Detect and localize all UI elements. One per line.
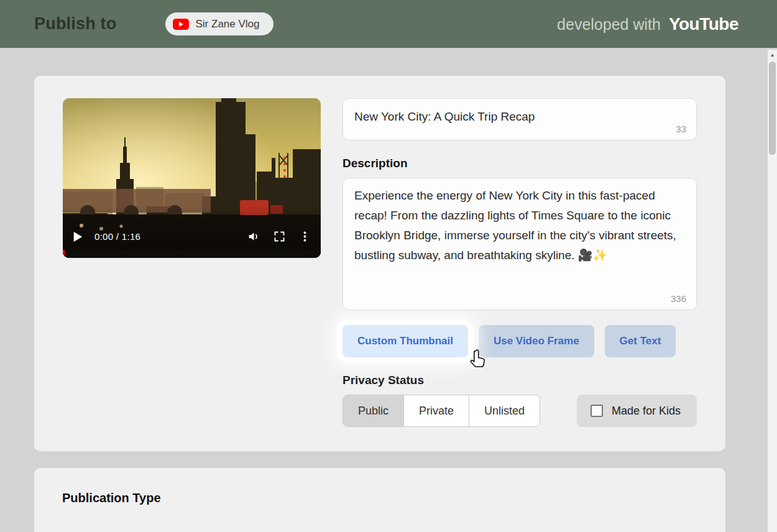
channel-selector[interactable]: Sir Zane Vlog xyxy=(165,12,274,35)
description-field: Experience the energy of New York City i… xyxy=(343,178,697,310)
video-controls-right xyxy=(247,230,311,243)
use-video-frame-button[interactable]: Use Video Frame xyxy=(479,325,594,357)
channel-name: Sir Zane Vlog xyxy=(196,18,260,30)
page-content: 0:00 / 1:16 xyxy=(0,48,777,532)
title-char-count: 33 xyxy=(676,124,686,134)
description-label: Description xyxy=(343,157,697,170)
privacy-option-private[interactable]: Private xyxy=(403,395,469,426)
video-progress-fill xyxy=(63,250,65,258)
thumbnail-button-row: Custom Thumbnail Use Video Frame Get Tex… xyxy=(343,325,697,357)
video-details-form: 33 Description Experience the energy of … xyxy=(343,98,697,427)
developed-with-text: developed with xyxy=(557,16,661,34)
vertical-scrollbar[interactable]: ▲ xyxy=(768,50,777,532)
made-for-kids-label: Made for Kids xyxy=(612,405,681,418)
youtube-play-icon xyxy=(173,19,189,30)
privacy-option-public[interactable]: Public xyxy=(343,395,403,426)
video-controls: 0:00 / 1:16 xyxy=(72,230,311,243)
video-time: 0:00 / 1:16 xyxy=(94,231,140,242)
scrollbar-thumb[interactable] xyxy=(769,62,776,155)
scrollbar-up-arrow-icon[interactable]: ▲ xyxy=(768,50,777,60)
made-for-kids-box[interactable]: Made for Kids xyxy=(577,395,697,427)
play-icon[interactable] xyxy=(72,231,83,243)
made-for-kids-checkbox[interactable] xyxy=(591,405,603,417)
page-title: Publish to xyxy=(34,14,117,34)
header-branding: developed with YouTube xyxy=(557,14,738,34)
video-player[interactable]: 0:00 / 1:16 xyxy=(63,98,321,258)
video-details-card: 0:00 / 1:16 xyxy=(34,76,725,451)
privacy-option-unlisted[interactable]: Unlisted xyxy=(469,395,540,426)
title-input[interactable] xyxy=(343,99,696,135)
title-field: 33 xyxy=(343,98,697,140)
video-progress-bar[interactable] xyxy=(63,250,321,258)
publication-type-card: Publication Type xyxy=(34,468,725,532)
publication-type-title: Publication Type xyxy=(62,491,697,505)
description-input[interactable]: Experience the energy of New York City i… xyxy=(343,178,696,288)
volume-icon[interactable] xyxy=(247,230,260,243)
app-header: Publish to Sir Zane Vlog developed with … xyxy=(0,0,777,48)
fullscreen-icon[interactable] xyxy=(273,230,286,243)
privacy-row: Public Private Unlisted Made for Kids xyxy=(343,395,697,427)
privacy-segmented-control: Public Private Unlisted xyxy=(343,395,540,427)
kebab-menu-icon[interactable] xyxy=(298,230,311,243)
get-text-button[interactable]: Get Text xyxy=(605,325,676,357)
youtube-logo: YouTube xyxy=(669,14,738,34)
description-char-count: 336 xyxy=(671,293,686,304)
privacy-status-label: Privacy Status xyxy=(343,374,697,387)
custom-thumbnail-button[interactable]: Custom Thumbnail xyxy=(343,325,468,357)
